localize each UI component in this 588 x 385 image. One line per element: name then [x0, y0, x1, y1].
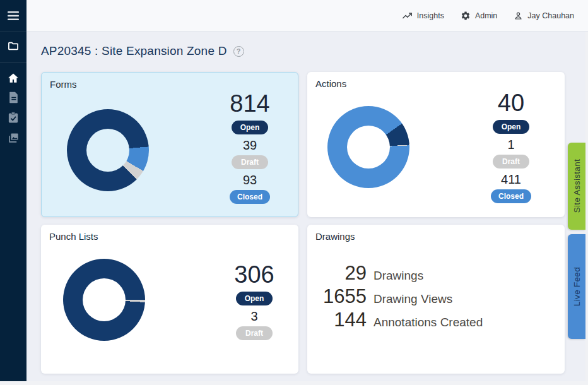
actions-closed-count: 411: [501, 171, 521, 187]
hamburger-glyph: [7, 11, 20, 21]
clipboard-check-icon: [8, 112, 19, 124]
forms-stats: 814 Open 39 Draft 93 Closed: [212, 90, 288, 204]
help-icon[interactable]: ?: [233, 46, 244, 57]
images-icon: [8, 132, 20, 144]
metric-row-drawing-views: 1655 Drawing Views: [315, 285, 483, 309]
live-feed-tab-label: Live Feed: [572, 267, 582, 306]
drawing-views-count: 1655: [315, 285, 367, 308]
page-title: AP20345 : Site Expansion Zone D: [41, 44, 227, 58]
trending-up-icon: [402, 11, 413, 20]
insights-label: Insights: [417, 11, 444, 20]
drawings-card-title: Drawings: [315, 231, 355, 242]
actions-card-title: Actions: [315, 78, 346, 89]
sidebar-item-projects[interactable]: [0, 37, 26, 56]
closed-badge: Closed: [491, 189, 531, 203]
actions-draft-count: 1: [507, 136, 514, 153]
drawing-views-label: Drawing Views: [373, 292, 452, 306]
punch-lists-card-title: Punch Lists: [49, 231, 98, 242]
metric-row-drawings: 29 Drawings: [315, 262, 483, 285]
admin-label: Admin: [475, 11, 497, 20]
punch-draft-count: 3: [250, 308, 257, 324]
forms-closed-count: 93: [243, 172, 257, 188]
gear-icon: [461, 11, 471, 21]
open-badge: Open: [232, 121, 268, 134]
punch-lists-stats: 306 Open 3 Draft: [216, 261, 292, 340]
sidebar-item-photos[interactable]: [0, 128, 26, 147]
annotations-count: 144: [315, 309, 367, 331]
draft-badge: Draft: [232, 155, 268, 169]
forms-open-count: 814: [230, 90, 269, 117]
live-feed-tab[interactable]: Live Feed: [568, 234, 585, 339]
actions-stats: 40 Open 1 Draft 411 Closed: [473, 89, 549, 203]
actions-donut-chart: [327, 106, 409, 188]
drawings-metrics: 29 Drawings 1655 Drawing Views 144 Annot…: [315, 262, 483, 332]
forms-draft-count: 39: [243, 137, 257, 153]
site-assistant-tab[interactable]: Site Assistant: [568, 143, 585, 230]
punch-lists-card[interactable]: Punch Lists 306 Open 3 Draft: [41, 225, 298, 374]
forms-card[interactable]: Forms 814 Open 39 Draft 93 Closed: [41, 72, 298, 217]
punch-open-count: 306: [234, 261, 274, 288]
sidebar-item-forms[interactable]: [0, 88, 26, 107]
sidebar-item-punch-lists[interactable]: [0, 108, 26, 127]
top-bar: Insights Admin Jay Chauhan: [26, 0, 588, 32]
folder-icon: [7, 40, 20, 52]
donut-hole: [83, 278, 126, 321]
admin-nav-item[interactable]: Admin: [461, 11, 497, 21]
metric-row-annotations: 144 Annotations Created: [315, 309, 483, 332]
drawings-card[interactable]: Drawings 29 Drawings 1655 Drawing Views …: [307, 225, 565, 374]
user-menu[interactable]: Jay Chauhan: [514, 11, 574, 21]
open-badge: Open: [236, 292, 273, 305]
actions-open-count: 40: [498, 89, 524, 117]
document-icon: [8, 92, 19, 104]
donut-hole: [347, 126, 390, 169]
vertical-scrollbar-track[interactable]: [585, 32, 588, 385]
page-title-row: AP20345 : Site Expansion Zone D ?: [41, 44, 244, 58]
drawings-count: 29: [315, 262, 367, 285]
drawings-count-label: Drawings: [373, 269, 423, 283]
main-content: AP20345 : Site Expansion Zone D ? Forms …: [26, 32, 588, 385]
home-icon: [7, 72, 20, 85]
draft-badge: Draft: [236, 326, 273, 340]
site-assistant-tab-label: Site Assistant: [572, 159, 582, 213]
actions-card[interactable]: Actions 40 Open 1 Draft 411 Closed: [307, 72, 565, 217]
user-name-label: Jay Chauhan: [527, 11, 574, 20]
horizontal-scrollbar-track[interactable]: [0, 381, 588, 385]
sidebar-item-home[interactable]: [0, 69, 26, 88]
forms-donut-chart: [67, 109, 149, 191]
donut-hole: [86, 129, 129, 172]
left-sidebar: [0, 0, 26, 385]
closed-badge: Closed: [230, 190, 270, 204]
punch-lists-donut-chart: [63, 259, 145, 341]
hamburger-menu-icon[interactable]: [0, 0, 26, 32]
annotations-label: Annotations Created: [373, 316, 483, 329]
open-badge: Open: [493, 120, 529, 134]
forms-card-title: Forms: [50, 79, 77, 90]
draft-badge: Draft: [493, 155, 529, 169]
insights-nav-item[interactable]: Insights: [402, 11, 444, 20]
user-icon: [514, 11, 523, 21]
